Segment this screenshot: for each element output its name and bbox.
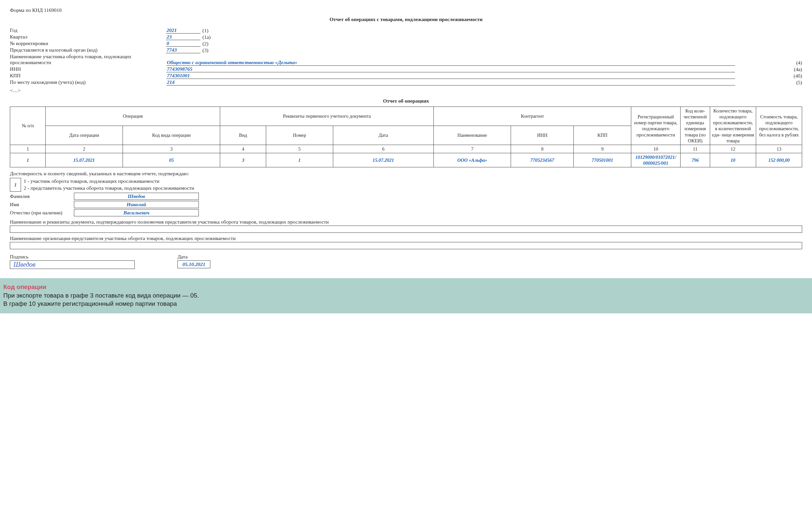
code-year: (1): [202, 27, 219, 34]
signer-code: 1: [10, 178, 21, 192]
colnum: 12: [710, 145, 756, 153]
colnum: 4: [220, 145, 266, 153]
signer-opt2: 2 - представитель участника оборота това…: [23, 185, 194, 192]
colnum: 3: [123, 145, 220, 153]
th-date-op: Дата операции: [46, 126, 123, 145]
rep-org-label: Наименование организации-представителя у…: [10, 236, 802, 241]
signer-opt1: 1 - участник оборота товаров, подлежащих…: [23, 178, 194, 185]
code-taxorg: (3): [202, 47, 219, 53]
cell-regnum: 10129000/01072021/ 0000025/001: [631, 153, 680, 167]
code-location: (5): [788, 79, 802, 85]
label-location: По месту нахождения (учета) (код): [10, 79, 166, 85]
code-corr: (2): [202, 40, 219, 47]
cell-pd-type: 3: [220, 153, 266, 167]
label-quarter: Квартал: [10, 34, 166, 40]
cell-cp-name: ООО «Альфа»: [434, 153, 511, 167]
lastname-label: Фамилия: [10, 193, 74, 199]
value-taxorg: 7743: [166, 47, 200, 53]
firstname-value: Николай: [74, 201, 199, 208]
colnum: 1: [10, 145, 46, 153]
rep-doc-box: [10, 225, 802, 233]
section-title: Отчет об операциях: [10, 98, 802, 104]
value-kpp: 774301001: [166, 73, 735, 79]
th-op-code: Код вида операции: [123, 126, 220, 145]
colnum: 7: [434, 145, 511, 153]
colnum: 2: [46, 145, 123, 153]
firstname-label: Имя: [10, 202, 74, 208]
th-cp-inn: ИНН: [511, 126, 574, 145]
operations-table: № п/п Операция Реквизиты первичного учет…: [10, 107, 802, 167]
caption-line2: В графе 10 укажите регистрационный номер…: [3, 300, 809, 308]
caption-block: Код операции При экспорте товара в графе…: [0, 278, 812, 313]
colnum: 13: [756, 145, 802, 153]
th-primary-doc: Реквизиты первичного учетного документа: [220, 107, 434, 126]
signature-label: Подпись: [10, 254, 135, 260]
cell-cp-kpp: 770501001: [574, 153, 631, 167]
colnum: 9: [574, 145, 631, 153]
caption-line1: При экспорте товара в графе 3 поставьте …: [3, 291, 809, 300]
page: Форма по КНД 1169010 Отчет об операциях …: [0, 0, 812, 313]
label-kpp: КПП: [10, 72, 166, 79]
table-numrow: 1 2 3 4 5 6 7 8 9 10 11 12 13: [10, 145, 802, 153]
th-pd-type: Вид: [220, 126, 266, 145]
code-inn: (4а): [788, 66, 802, 72]
colnum: 10: [631, 145, 680, 153]
cell-cp-inn: 7705234567: [511, 153, 574, 167]
th-cp-kpp: КПП: [574, 126, 631, 145]
value-inn: 7743098765: [166, 66, 735, 72]
truncated-marker: <…>: [10, 87, 802, 93]
header-fields: Год 2021 (1) Квартал 23 (1а) № корректир…: [10, 27, 802, 85]
cell-pd-num: 1: [266, 153, 333, 167]
colnum: 5: [266, 145, 333, 153]
signer-row: 1 1 - участник оборота товаров, подлежащ…: [10, 178, 802, 192]
signature-script: Шведов: [13, 261, 36, 268]
th-counterparty: Контрагент: [434, 107, 631, 126]
cell-cost: 152 000,00: [756, 153, 802, 167]
code-quarter: (1а): [202, 34, 219, 40]
label-corr: № корректировки: [10, 40, 166, 47]
date-label: Дата: [178, 254, 210, 260]
cell-qty: 10: [710, 153, 756, 167]
signer-options: 1 - участник оборота товаров, подлежащих…: [23, 178, 194, 192]
caption-title: Код операции: [3, 283, 809, 291]
value-year: 2021: [166, 27, 200, 34]
signature-box: Шведов: [10, 260, 135, 269]
value-name: Общество с ограниченной ответственностью…: [166, 59, 735, 66]
colnum: 6: [333, 145, 434, 153]
form-code: Форма по КНД 1169010: [10, 7, 802, 13]
th-operation: Операция: [46, 107, 220, 126]
cell-okei: 796: [680, 153, 710, 167]
value-quarter: 23: [166, 34, 200, 40]
patronymic-label: Отчество (при наличии): [10, 210, 74, 216]
th-regnum: Регистрационный номер партии товара, под…: [631, 107, 680, 145]
code-name: (4): [788, 53, 802, 66]
th-cost: Стоимость товара, подлежащего прослежива…: [756, 107, 802, 145]
th-okei: Код коли- чественной единицы измерения т…: [680, 107, 710, 145]
th-cp-name: Наименование: [434, 126, 511, 145]
patronymic-value: Васильевич: [74, 209, 199, 216]
table-row: 1 15.07.2021 05 3 1 15.07.2021 ООО «Альф…: [10, 153, 802, 167]
confirm-line: Достоверность и полноту сведений, указан…: [10, 171, 802, 177]
th-pd-num: Номер: [266, 126, 333, 145]
cell-op-code: 05: [123, 153, 220, 167]
date-value: 05.10.2021: [178, 260, 210, 268]
label-year: Год: [10, 27, 166, 34]
label-taxorg: Представляется в налоговый орган (код): [10, 47, 166, 53]
value-location: 214: [166, 79, 735, 85]
colnum: 8: [511, 145, 574, 153]
cell-date-op: 15.07.2021: [46, 153, 123, 167]
th-pd-date: Дата: [333, 126, 434, 145]
code-kpp: (4б): [788, 72, 802, 79]
cell-pd-date: 15.07.2021: [333, 153, 434, 167]
colnum: 11: [680, 145, 710, 153]
form-document: Форма по КНД 1169010 Отчет об операциях …: [0, 0, 812, 278]
rep-doc-label: Наименование и реквизиты документа, подт…: [10, 219, 802, 225]
cell-npp: 1: [10, 153, 46, 167]
report-title: Отчет об операциях с товарами, подлежащи…: [10, 16, 802, 23]
value-corr: 0: [166, 40, 200, 47]
th-qty: Количество товара, подлежащего прослежив…: [710, 107, 756, 145]
th-npp: № п/п: [10, 107, 46, 145]
label-name: Наименование участника оборота товаров, …: [10, 53, 166, 66]
lastname-value: Шведов: [74, 193, 199, 200]
label-inn: ИНН: [10, 66, 166, 72]
